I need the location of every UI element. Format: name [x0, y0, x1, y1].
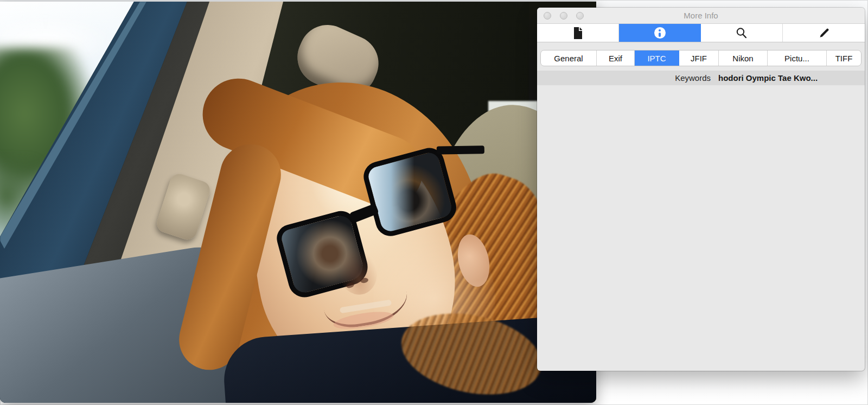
metadata-label: Keywords: [537, 73, 711, 83]
tab-picture[interactable]: Pictu...: [768, 50, 827, 66]
sunglasses-temple-arm: [437, 145, 484, 155]
pencil-icon: [818, 27, 831, 40]
info-icon: [654, 27, 666, 39]
toolbar-segment-edit[interactable]: [783, 24, 865, 42]
toolbar-segmented-control: [537, 24, 865, 42]
photo-viewer-image[interactable]: [0, 2, 596, 403]
tab-iptc[interactable]: IPTC: [635, 50, 679, 66]
document-icon: [572, 27, 584, 40]
toolbar-segment-info[interactable]: [619, 24, 701, 42]
more-info-window: More Info: [537, 8, 865, 371]
tab-jfif[interactable]: JFIF: [679, 50, 719, 66]
tab-tiff[interactable]: TIFF: [827, 50, 861, 66]
tab-general[interactable]: General: [541, 50, 597, 66]
tab-nikon[interactable]: Nikon: [719, 50, 768, 66]
metadata-row-keywords: Keywords hodori Oympic Tae Kwo...: [537, 71, 865, 85]
metadata-value: hodori Oympic Tae Kwo...: [718, 73, 818, 83]
sunglasses-right-lens: [360, 144, 459, 239]
metadata-tab-bar: General Exif IPTC JFIF Nikon Pictu... TI…: [540, 50, 861, 66]
toolbar-segment-search[interactable]: [701, 24, 783, 42]
toolbar-segment-document[interactable]: [537, 24, 619, 42]
search-icon: [735, 27, 748, 40]
window-title: More Info: [537, 8, 865, 24]
titlebar[interactable]: More Info: [537, 8, 865, 24]
tab-exif[interactable]: Exif: [597, 50, 635, 66]
screenshot-stage: More Info: [0, 0, 868, 405]
